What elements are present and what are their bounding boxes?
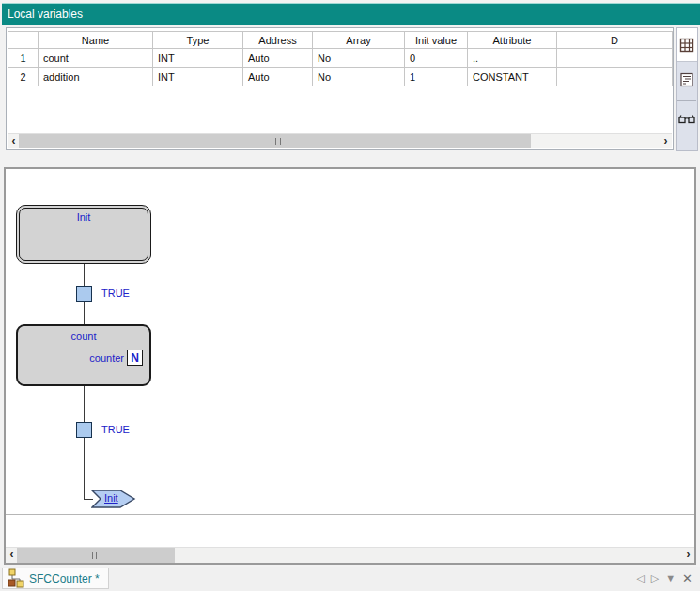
table-row[interactable]: 1 count INT Auto No 0 .. [8, 49, 673, 68]
cell-attribute[interactable]: CONSTANT [468, 68, 557, 86]
diagram-scrollbar-thumb[interactable] [17, 548, 175, 563]
step-action[interactable]: counter N [89, 350, 143, 366]
sfc-link-line [84, 264, 85, 286]
sfc-transition-1[interactable] [76, 286, 92, 302]
tab-navigation: ◁ ▷ ▼ ✕ [636, 567, 692, 589]
row-number[interactable]: 2 [8, 68, 39, 86]
sfc-link-line [84, 386, 85, 422]
table-horizontal-scrollbar[interactable]: ‹ › [8, 133, 672, 148]
sfc-link-line [84, 438, 85, 499]
col-header-array[interactable]: Array [313, 32, 405, 49]
glasses-monitor-icon [678, 113, 695, 126]
sfc-step-count[interactable]: count counter N [16, 324, 151, 386]
grid-view-button[interactable] [677, 28, 697, 62]
scroll-right-icon[interactable]: › [660, 134, 672, 148]
col-header-rownum[interactable] [8, 32, 39, 49]
tab-sfccounter[interactable]: SFCCounter * [2, 568, 109, 589]
sfc-jump-symbol[interactable]: Init [91, 490, 136, 508]
diagram-horizontal-scrollbar[interactable]: ‹ › [6, 547, 694, 563]
table-row[interactable]: 2 addition INT Auto No 1 CONSTANT [8, 68, 673, 86]
cell-array[interactable]: No [313, 49, 405, 68]
cell-init-value[interactable]: 0 [405, 49, 468, 68]
transition-2-condition[interactable]: TRUE [101, 422, 130, 438]
scroll-right-icon[interactable]: › [682, 548, 694, 562]
action-name: counter [89, 352, 124, 364]
document-list-icon [679, 72, 694, 87]
diagram-page-separator [6, 514, 694, 515]
toolbar-separator [677, 100, 696, 101]
sfc-link-line [84, 302, 85, 324]
jump-target-label[interactable]: Init [104, 492, 118, 504]
col-header-description[interactable]: D [557, 32, 673, 49]
cell-init-value[interactable]: 1 [405, 68, 468, 86]
cell-array[interactable]: No [313, 68, 405, 86]
sfc-transition-2[interactable] [76, 422, 92, 438]
sfc-initial-step[interactable]: Init [16, 205, 151, 264]
initial-step-name: Init [17, 211, 150, 223]
cell-name[interactable]: addition [39, 68, 153, 86]
tab-nav-back-icon[interactable]: ◁ [636, 572, 644, 584]
tab-nav-forward-icon[interactable]: ▷ [651, 572, 659, 584]
cell-attribute[interactable]: .. [468, 49, 557, 68]
cell-name[interactable]: count [39, 49, 153, 68]
col-header-address[interactable]: Address [243, 32, 313, 49]
col-header-type[interactable]: Type [153, 32, 243, 49]
table-header-row: Name Type Address Array Init value Attri… [8, 32, 673, 49]
cell-address[interactable]: Auto [243, 68, 313, 86]
local-variables-table-panel: Name Type Address Array Init value Attri… [6, 27, 674, 150]
col-header-attribute[interactable]: Attribute [468, 32, 557, 49]
list-view-button[interactable] [677, 66, 697, 94]
tab-list-dropdown-icon[interactable]: ▼ [665, 572, 676, 583]
document-tab-bar: SFCCounter * ◁ ▷ ▼ ✕ [0, 567, 700, 591]
grid-table-icon [679, 38, 694, 53]
panel-title-local-variables: Local variables [2, 3, 700, 25]
panel-title-text: Local variables [8, 8, 83, 21]
tab-close-icon[interactable]: ✕ [682, 571, 692, 585]
cell-address[interactable]: Auto [243, 49, 313, 68]
sfc-program-icon [7, 568, 25, 588]
col-header-name[interactable]: Name [39, 32, 153, 49]
sfc-drawing-area: Init TRUE count counter N TRUE Init [6, 169, 694, 563]
table-scrollbar-thumb[interactable] [19, 134, 531, 148]
cell-description[interactable] [557, 68, 673, 86]
col-header-init-value[interactable]: Init value [405, 32, 468, 49]
action-qualifier-box[interactable]: N [127, 350, 143, 366]
sfc-editor-canvas[interactable]: Init TRUE count counter N TRUE Init [4, 167, 696, 565]
scrollbar-grip-icon [272, 138, 281, 145]
cell-type[interactable]: INT [153, 49, 243, 68]
step-count-name: count [18, 331, 149, 342]
cell-description[interactable] [557, 49, 673, 68]
tab-label[interactable]: SFCCounter * [29, 572, 100, 585]
variables-table: Name Type Address Array Init value Attri… [8, 31, 673, 86]
scrollbar-grip-icon [92, 552, 101, 559]
cell-type[interactable]: INT [153, 68, 243, 86]
transition-1-condition[interactable]: TRUE [101, 286, 130, 302]
row-number[interactable]: 1 [8, 49, 39, 68]
monitor-button[interactable] [677, 105, 697, 133]
table-side-toolbar [676, 27, 698, 151]
